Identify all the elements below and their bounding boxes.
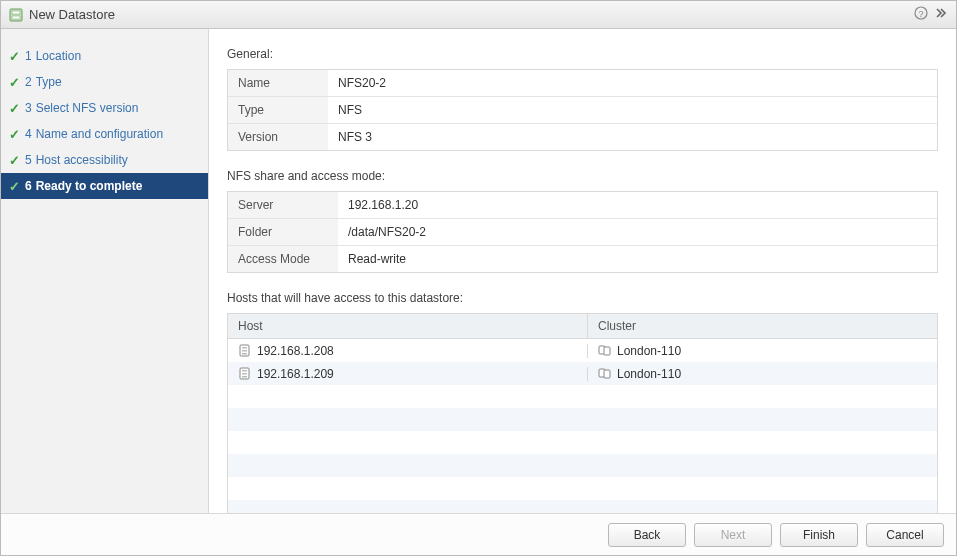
general-heading: General: [227, 47, 938, 61]
step-number: 1 [25, 49, 32, 63]
svg-rect-10 [604, 347, 610, 355]
step-number: 3 [25, 101, 32, 115]
nfs-access-value: Read-write [338, 246, 937, 272]
wizard-sidebar: ✓ 1 Location ✓ 2 Type ✓ 3 Select NFS ver… [1, 29, 209, 513]
svg-rect-14 [242, 376, 247, 378]
svg-rect-6 [242, 347, 247, 349]
step-label: Select NFS version [36, 101, 139, 115]
svg-rect-2 [12, 16, 20, 19]
step-type[interactable]: ✓ 2 Type [1, 69, 208, 95]
finish-button[interactable]: Finish [780, 523, 858, 547]
step-ready-complete[interactable]: ✓ 6 Ready to complete [1, 173, 208, 199]
table-row[interactable]: 192.168.1.209 London-110 [228, 362, 937, 385]
table-row [228, 385, 937, 408]
general-name-label: Name [228, 70, 328, 96]
svg-rect-8 [242, 353, 247, 355]
back-button[interactable]: Back [608, 523, 686, 547]
svg-rect-12 [242, 370, 247, 372]
nfs-row-folder: Folder /data/NFS20-2 [228, 219, 937, 246]
nfs-row-server: Server 192.168.1.20 [228, 192, 937, 219]
svg-rect-13 [242, 373, 247, 375]
nfs-server-label: Server [228, 192, 338, 218]
step-number: 6 [25, 179, 32, 193]
table-row [228, 500, 937, 513]
cancel-button[interactable]: Cancel [866, 523, 944, 547]
general-table: Name NFS20-2 Type NFS Version NFS 3 [227, 69, 938, 151]
svg-text:?: ? [918, 9, 923, 19]
nfs-folder-label: Folder [228, 219, 338, 245]
step-label: Host accessibility [36, 153, 128, 167]
help-icon[interactable]: ? [914, 6, 928, 23]
footer-buttons: Back Next Finish Cancel [1, 513, 956, 555]
step-number: 5 [25, 153, 32, 167]
general-version-label: Version [228, 124, 328, 150]
summary-panel: General: Name NFS20-2 Type NFS Version N… [209, 29, 956, 513]
step-host-access[interactable]: ✓ 5 Host accessibility [1, 147, 208, 173]
cluster-name: London-110 [617, 367, 681, 381]
window-title: New Datastore [29, 7, 914, 22]
svg-rect-1 [12, 11, 20, 14]
hosts-col-host[interactable]: Host [228, 314, 588, 338]
table-row[interactable]: 192.168.1.208 London-110 [228, 339, 937, 362]
nfs-server-value: 192.168.1.20 [338, 192, 937, 218]
check-icon: ✓ [9, 49, 25, 64]
cluster-name: London-110 [617, 344, 681, 358]
content-area: ✓ 1 Location ✓ 2 Type ✓ 3 Select NFS ver… [1, 29, 956, 513]
check-icon: ✓ [9, 75, 25, 90]
cluster-icon [598, 367, 611, 380]
hosts-table-head: Host Cluster [228, 314, 937, 339]
step-location[interactable]: ✓ 1 Location [1, 43, 208, 69]
step-number: 2 [25, 75, 32, 89]
next-button: Next [694, 523, 772, 547]
step-name-config[interactable]: ✓ 4 Name and configuration [1, 121, 208, 147]
host-icon [238, 367, 251, 380]
general-row-type: Type NFS [228, 97, 937, 124]
check-icon: ✓ [9, 127, 25, 142]
step-label: Location [36, 49, 81, 63]
datastore-icon [9, 8, 23, 22]
hosts-table: Host Cluster 192.168.1.208 Lon [227, 313, 938, 513]
check-icon: ✓ [9, 179, 25, 194]
table-row [228, 477, 937, 500]
step-nfs-version[interactable]: ✓ 3 Select NFS version [1, 95, 208, 121]
general-name-value: NFS20-2 [328, 70, 937, 96]
nfs-folder-value: /data/NFS20-2 [338, 219, 937, 245]
nfs-row-access: Access Mode Read-write [228, 246, 937, 272]
step-number: 4 [25, 127, 32, 141]
hosts-heading: Hosts that will have access to this data… [227, 291, 938, 305]
host-ip: 192.168.1.209 [257, 367, 334, 381]
host-icon [238, 344, 251, 357]
expand-icon[interactable] [934, 6, 948, 23]
general-row-version: Version NFS 3 [228, 124, 937, 150]
table-row [228, 454, 937, 477]
nfs-access-label: Access Mode [228, 246, 338, 272]
general-type-value: NFS [328, 97, 937, 123]
hosts-table-body: 192.168.1.208 London-110 192.168 [228, 339, 937, 513]
cluster-icon [598, 344, 611, 357]
table-row [228, 431, 937, 454]
svg-rect-7 [242, 350, 247, 352]
svg-rect-16 [604, 370, 610, 378]
titlebar: New Datastore ? [1, 1, 956, 29]
step-label: Type [36, 75, 62, 89]
general-type-label: Type [228, 97, 328, 123]
table-row [228, 408, 937, 431]
nfs-heading: NFS share and access mode: [227, 169, 938, 183]
check-icon: ✓ [9, 101, 25, 116]
host-ip: 192.168.1.208 [257, 344, 334, 358]
check-icon: ✓ [9, 153, 25, 168]
general-version-value: NFS 3 [328, 124, 937, 150]
nfs-table: Server 192.168.1.20 Folder /data/NFS20-2… [227, 191, 938, 273]
step-label: Ready to complete [36, 179, 143, 193]
step-label: Name and configuration [36, 127, 163, 141]
general-row-name: Name NFS20-2 [228, 70, 937, 97]
hosts-col-cluster[interactable]: Cluster [588, 314, 937, 338]
